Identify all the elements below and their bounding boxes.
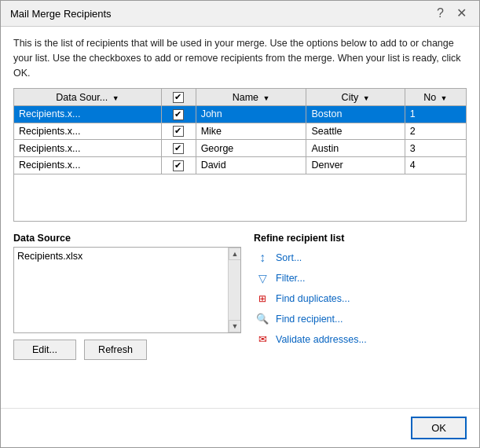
table-row[interactable]: Recipients.x...DavidDenver4 — [14, 157, 467, 174]
description-text: This is the list of recipients that will… — [13, 36, 467, 80]
mail-merge-dialog: Mail Merge Recipients ? ✕ This is the li… — [0, 0, 480, 448]
find-recipient-icon: 🔍 — [254, 312, 271, 326]
row-checkbox[interactable] — [173, 160, 184, 171]
dialog-title: Mail Merge Recipients — [10, 8, 112, 20]
cell-datasource: Recipients.x... — [14, 140, 162, 157]
table-row[interactable]: Recipients.x...MikeSeattle2 — [14, 123, 467, 140]
sort-label: Sort... — [276, 252, 302, 263]
header-checkbox[interactable] — [173, 92, 184, 103]
cell-datasource: Recipients.x... — [14, 157, 162, 174]
filter-icon: ▽ — [254, 271, 271, 285]
scrollbar-up-btn[interactable]: ▲ — [229, 248, 241, 260]
table-header-row: Data Sour... ▼ Name ▼ City ▼ — [14, 89, 467, 106]
cell-checkbox[interactable] — [161, 105, 196, 123]
scrollbar-down-btn[interactable]: ▼ — [229, 320, 241, 332]
datasource-buttons: Edit... Refresh — [13, 340, 241, 360]
recipients-table: Data Sour... ▼ Name ▼ City ▼ — [13, 88, 467, 222]
cell-no: 2 — [405, 123, 466, 140]
find-duplicates-link[interactable]: ⊞ Find duplicates... — [254, 289, 467, 308]
cell-city: Boston — [306, 105, 405, 123]
help-button[interactable]: ? — [434, 7, 447, 20]
cell-city: Austin — [306, 140, 405, 157]
sort-arrow-no: ▼ — [441, 94, 448, 102]
cell-no: 4 — [405, 157, 466, 174]
col-header-datasource[interactable]: Data Sour... ▼ — [14, 89, 162, 106]
filter-link[interactable]: ▽ Filter... — [254, 269, 467, 288]
col-header-name[interactable]: Name ▼ — [196, 89, 306, 106]
data-source-panel: Data Source Recipients.xlsx ▲ ▼ Edit... … — [13, 233, 241, 360]
sort-arrow-name: ▼ — [263, 94, 270, 102]
dialog-footer: OK — [1, 408, 479, 447]
close-button[interactable]: ✕ — [453, 7, 470, 20]
filter-label: Filter... — [276, 273, 306, 284]
validate-label: Validate addresses... — [276, 334, 367, 345]
validate-icon: ✉ — [254, 332, 271, 347]
sort-arrow-datasource: ▼ — [112, 94, 119, 102]
find-duplicates-icon: ⊞ — [254, 292, 271, 306]
ok-button[interactable]: OK — [411, 417, 467, 439]
bottom-section: Data Source Recipients.xlsx ▲ ▼ Edit... … — [13, 233, 467, 392]
datasource-scrollbar: ▲ ▼ — [228, 248, 240, 332]
cell-no: 3 — [405, 140, 466, 157]
cell-name: Mike — [196, 123, 306, 140]
cell-datasource: Recipients.x... — [14, 105, 162, 123]
cell-checkbox[interactable] — [161, 157, 196, 174]
col-header-city[interactable]: City ▼ — [306, 89, 405, 106]
col-header-no[interactable]: No ▼ — [405, 89, 466, 106]
datasource-filename: Recipients.xlsx — [17, 251, 82, 262]
sort-arrow-city: ▼ — [363, 94, 370, 102]
cell-no: 1 — [405, 105, 466, 123]
data-source-panel-title: Data Source — [13, 233, 241, 244]
find-duplicates-label: Find duplicates... — [276, 293, 350, 304]
sort-icon: ↕ — [254, 251, 271, 265]
table-row[interactable]: Recipients.x...GeorgeAustin3 — [14, 140, 467, 157]
cell-city: Seattle — [306, 123, 405, 140]
edit-button[interactable]: Edit... — [13, 340, 76, 360]
dialog-body: This is the list of recipients that will… — [1, 27, 479, 402]
row-checkbox[interactable] — [173, 143, 184, 154]
table-row[interactable]: Recipients.x...JohnBoston1 — [14, 105, 467, 123]
find-recipient-link[interactable]: 🔍 Find recipient... — [254, 310, 467, 329]
datasource-listbox-inner: Recipients.xlsx — [17, 251, 237, 262]
cell-name: George — [196, 140, 306, 157]
refresh-button[interactable]: Refresh — [84, 340, 147, 360]
row-checkbox[interactable] — [173, 126, 184, 137]
row-checkbox[interactable] — [173, 109, 184, 120]
datasource-listbox[interactable]: Recipients.xlsx ▲ ▼ — [13, 247, 241, 333]
cell-datasource: Recipients.x... — [14, 123, 162, 140]
title-bar-buttons: ? ✕ — [434, 7, 470, 20]
col-header-check[interactable] — [161, 89, 196, 106]
refine-panel: Refine recipient list ↕ Sort... ▽ Filter… — [254, 233, 467, 349]
sort-link[interactable]: ↕ Sort... — [254, 248, 467, 267]
find-recipient-label: Find recipient... — [276, 314, 343, 325]
cell-checkbox[interactable] — [161, 140, 196, 157]
cell-name: David — [196, 157, 306, 174]
cell-checkbox[interactable] — [161, 123, 196, 140]
refine-panel-title: Refine recipient list — [254, 233, 467, 244]
cell-name: John — [196, 105, 306, 123]
cell-city: Denver — [306, 157, 405, 174]
validate-addresses-link[interactable]: ✉ Validate addresses... — [254, 330, 467, 349]
title-bar: Mail Merge Recipients ? ✕ — [1, 1, 479, 27]
